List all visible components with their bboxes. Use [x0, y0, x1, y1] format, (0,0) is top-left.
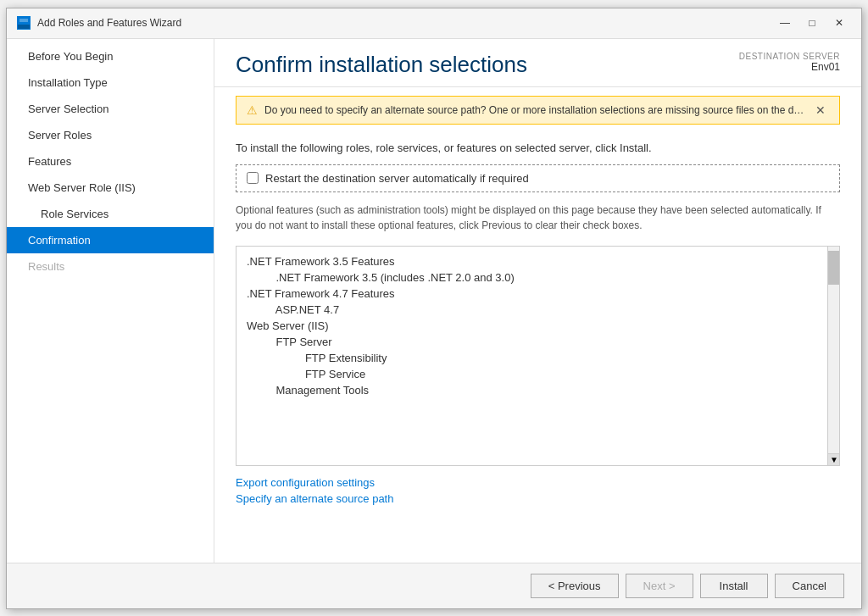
- feature-item-9: Management Tools: [247, 382, 829, 398]
- destination-server: DESTINATION SERVER Env01: [739, 52, 840, 73]
- warning-icon: ⚠: [247, 103, 258, 117]
- close-button[interactable]: ✕: [827, 14, 851, 31]
- feature-item-1: .NET Framework 3.5 Features: [247, 253, 829, 269]
- sidebar-item-confirmation[interactable]: Confirmation: [7, 227, 214, 253]
- features-list-box[interactable]: .NET Framework 3.5 Features .NET Framewo…: [236, 246, 840, 466]
- sidebar: Before You Begin Installation Type Serve…: [7, 39, 214, 563]
- sidebar-item-role-services[interactable]: Role Services: [7, 201, 214, 227]
- main-content: To install the following roles, role ser…: [214, 133, 861, 563]
- destination-name: Env01: [739, 61, 840, 73]
- feature-item-6: FTP Server: [247, 334, 829, 350]
- export-config-link[interactable]: Export configuration settings: [236, 476, 840, 489]
- optional-info-text: Optional features (such as administratio…: [236, 203, 840, 233]
- sidebar-item-server-selection[interactable]: Server Selection: [7, 96, 214, 122]
- main-panel: Confirm installation selections DESTINAT…: [214, 39, 861, 563]
- links-area: Export configuration settings Specify an…: [236, 476, 840, 505]
- restart-checkbox-label[interactable]: Restart the destination server automatic…: [265, 172, 529, 185]
- sidebar-item-results: Results: [7, 253, 214, 280]
- sidebar-item-features[interactable]: Features: [7, 148, 214, 175]
- window-title: Add Roles and Features Wizard: [37, 17, 181, 29]
- install-button[interactable]: Install: [700, 574, 768, 598]
- alert-close-button[interactable]: ✕: [812, 103, 829, 117]
- window-controls: — □ ✕: [773, 14, 851, 31]
- feature-item-7: FTP Extensibility: [247, 350, 829, 366]
- main-header: Confirm installation selections DESTINAT…: [214, 39, 861, 87]
- feature-item-2: .NET Framework 3.5 (includes .NET 2.0 an…: [247, 269, 829, 286]
- install-info-text: To install the following roles, role ser…: [236, 142, 840, 154]
- feature-item-5: Web Server (IIS): [247, 318, 829, 334]
- destination-label: DESTINATION SERVER: [739, 52, 840, 61]
- main-window: Add Roles and Features Wizard — □ ✕ Befo…: [6, 8, 862, 609]
- sidebar-item-installation-type[interactable]: Installation Type: [7, 69, 214, 96]
- scrollbar-track[interactable]: ▼: [827, 247, 839, 465]
- title-bar-left: Add Roles and Features Wizard: [17, 16, 181, 30]
- content-area: Before You Begin Installation Type Serve…: [7, 39, 861, 563]
- sidebar-item-before-you-begin[interactable]: Before You Begin: [7, 43, 214, 69]
- title-bar: Add Roles and Features Wizard — □ ✕: [7, 8, 861, 39]
- wizard-footer: < Previous Next > Install Cancel: [7, 563, 861, 608]
- scrollbar-thumb[interactable]: [828, 251, 840, 285]
- feature-item-8: FTP Service: [247, 366, 829, 382]
- minimize-button[interactable]: —: [773, 14, 797, 31]
- alert-text: Do you need to specify an alternate sour…: [264, 104, 805, 116]
- sidebar-item-server-roles[interactable]: Server Roles: [7, 122, 214, 148]
- feature-item-3: .NET Framework 4.7 Features: [247, 286, 829, 302]
- app-icon: [17, 16, 31, 30]
- next-button[interactable]: Next >: [626, 574, 693, 598]
- feature-item-4: ASP.NET 4.7: [247, 302, 829, 318]
- previous-button[interactable]: < Previous: [531, 574, 619, 598]
- maximize-button[interactable]: □: [800, 14, 824, 31]
- cancel-button[interactable]: Cancel: [775, 574, 844, 598]
- restart-checkbox[interactable]: [247, 172, 259, 184]
- sidebar-nav: Before You Begin Installation Type Serve…: [7, 43, 214, 280]
- sidebar-item-web-server-role[interactable]: Web Server Role (IIS): [7, 175, 214, 201]
- scrollbar-down-button[interactable]: ▼: [828, 453, 840, 465]
- alternate-source-link[interactable]: Specify an alternate source path: [236, 492, 840, 505]
- restart-checkbox-row: Restart the destination server automatic…: [236, 164, 840, 192]
- svg-rect-2: [19, 19, 28, 22]
- page-title: Confirm installation selections: [236, 52, 527, 78]
- svg-rect-1: [18, 25, 30, 29]
- alert-bar: ⚠ Do you need to specify an alternate so…: [236, 96, 840, 125]
